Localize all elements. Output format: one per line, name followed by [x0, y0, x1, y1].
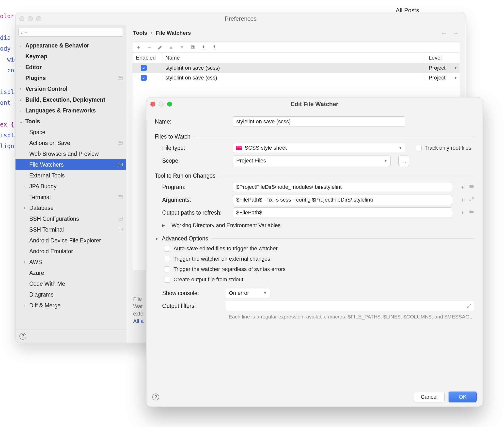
external-changes-checkbox[interactable]	[164, 256, 170, 262]
sidebar-item-actions-on-save[interactable]: Actions on Save	[16, 138, 126, 148]
ok-button[interactable]: OK	[449, 392, 477, 402]
project-scope-icon	[118, 141, 123, 145]
enabled-checkbox[interactable]: ✓	[141, 75, 147, 81]
track-root-checkbox[interactable]	[416, 145, 422, 151]
sidebar-item-languages-frameworks[interactable]: ›Languages & Frameworks	[16, 105, 126, 116]
sidebar-item-editor[interactable]: ›Editor	[16, 62, 126, 73]
help-icon[interactable]: ?	[19, 333, 26, 340]
sidebar-item-tools[interactable]: ⌄Tools	[16, 116, 126, 127]
sidebar-item-label: Keymap	[25, 53, 47, 60]
chevron-right-icon: ›	[22, 303, 27, 308]
sidebar-item-plugins[interactable]: Plugins	[16, 73, 126, 83]
search-history-chevron-icon[interactable]: ▾	[25, 30, 27, 34]
sidebar-item-file-watchers[interactable]: File Watchers	[16, 159, 126, 170]
efw-titlebar[interactable]: Edit File Watcher	[146, 97, 483, 111]
sidebar-item-build-execution-deployment[interactable]: ›Build, Execution, Deployment	[16, 94, 126, 105]
sidebar-item-aws[interactable]: ›AWS	[16, 257, 126, 268]
sidebar-item-terminal[interactable]: Terminal	[16, 192, 126, 203]
efw-footer: ? Cancel OK	[146, 387, 483, 407]
sidebar-item-external-tools[interactable]: External Tools	[16, 170, 126, 181]
section-working-dir[interactable]: Working Directory and Environment Variab…	[172, 222, 281, 229]
nav-forward-icon[interactable]: →	[453, 29, 459, 37]
col-level[interactable]: Level	[425, 53, 460, 63]
sidebar-item-jpa-buddy[interactable]: ›JPA Buddy	[16, 181, 126, 192]
section-advanced[interactable]: Advanced Options	[162, 235, 208, 242]
browse-folder-icon[interactable]	[469, 184, 474, 190]
sidebar-item-keymap[interactable]: Keymap	[16, 51, 126, 62]
chevron-right-icon[interactable]: ▶	[162, 223, 165, 228]
table-row[interactable]: ✓stylelint on save (css)Project▼	[132, 73, 460, 83]
preferences-titlebar[interactable]: Preferences	[16, 12, 466, 25]
output-paths-input[interactable]	[233, 207, 452, 218]
copy-icon[interactable]	[190, 45, 195, 50]
sidebar-item-diagrams[interactable]: Diagrams	[16, 289, 126, 300]
expand-icon[interactable]	[469, 196, 474, 203]
insert-macro-icon[interactable]: ＋	[460, 196, 465, 204]
chevron-down-icon[interactable]: ▼	[454, 76, 457, 80]
browse-folder-icon[interactable]	[469, 209, 474, 216]
syntax-errors-checkbox[interactable]	[164, 266, 170, 272]
sidebar-tree[interactable]: ›Appearance & BehaviorKeymap›EditorPlugi…	[16, 40, 126, 329]
chevron-right-icon: ›	[18, 97, 23, 102]
expand-icon[interactable]	[466, 303, 472, 310]
sidebar-item-space[interactable]: Space	[16, 127, 126, 138]
chevron-down-icon[interactable]: ▼	[454, 66, 457, 70]
sidebar-search-field[interactable]: ⌕▾	[18, 28, 123, 37]
output-filters-hint: Each line is a regular expression, avail…	[229, 314, 474, 320]
nav-back-icon[interactable]: ←	[441, 29, 447, 37]
chevron-down-icon[interactable]: ▼	[155, 237, 158, 241]
file-type-select[interactable]: SCSS style sheet ▼	[233, 143, 405, 153]
sidebar-item-label: Database	[29, 205, 53, 211]
insert-macro-icon[interactable]: ＋	[460, 209, 465, 216]
scope-select[interactable]: Project Files ▼	[233, 156, 391, 166]
output-filters-input[interactable]	[226, 301, 474, 311]
cancel-button[interactable]: Cancel	[414, 392, 445, 402]
sidebar-item-azure[interactable]: Azure	[16, 268, 126, 278]
help-icon[interactable]: ?	[152, 394, 159, 400]
scope-value: Project Files	[236, 158, 266, 164]
sidebar-item-label: Space	[29, 129, 45, 136]
level-value: Project	[429, 75, 445, 81]
sidebar-item-version-control[interactable]: ›Version Control	[16, 83, 126, 94]
project-scope-icon	[118, 76, 123, 80]
insert-macro-icon[interactable]: ＋	[460, 183, 465, 191]
col-name[interactable]: Name	[162, 53, 425, 63]
sidebar-item-ssh-configurations[interactable]: SSH Configurations	[16, 213, 126, 224]
stdout-checkbox[interactable]	[164, 277, 170, 283]
scope-browse-button[interactable]: …	[398, 156, 409, 166]
add-icon[interactable]: ＋	[136, 45, 141, 50]
program-input[interactable]	[233, 182, 452, 192]
sidebar-item-label: JPA Buddy	[29, 183, 57, 190]
sidebar-item-android-emulator[interactable]: Android Emulator	[16, 246, 126, 257]
sidebar-item-database[interactable]: ›Database	[16, 203, 126, 213]
move-down-icon[interactable]: ▼	[179, 45, 185, 50]
move-up-icon[interactable]: ▲	[168, 45, 174, 50]
auto-save-checkbox[interactable]	[164, 246, 170, 252]
show-console-select[interactable]: On error ▼	[226, 288, 270, 298]
import-icon[interactable]	[201, 45, 206, 50]
breadcrumb-root[interactable]: Tools	[133, 30, 147, 36]
chevron-down-icon: ▼	[399, 146, 402, 150]
sidebar-item-label: Android Emulator	[29, 248, 73, 255]
sidebar-item-appearance-behavior[interactable]: ›Appearance & Behavior	[16, 40, 126, 51]
arguments-input[interactable]	[233, 195, 452, 205]
sidebar-item-ssh-terminal[interactable]: SSH Terminal	[16, 224, 126, 235]
sidebar-item-label: File Watchers	[29, 161, 64, 168]
enabled-checkbox[interactable]: ✓	[141, 65, 147, 71]
sidebar-item-diff-merge[interactable]: ›Diff & Merge	[16, 300, 126, 311]
name-input[interactable]	[233, 116, 405, 127]
project-scope-icon	[118, 163, 123, 166]
sidebar-item-code-with-me[interactable]: Code With Me	[16, 278, 126, 289]
sidebar-item-android-device-file-explorer[interactable]: Android Device File Explorer	[16, 235, 126, 246]
edit-icon[interactable]	[158, 45, 163, 50]
remove-icon[interactable]: －	[147, 45, 152, 50]
export-icon[interactable]	[212, 45, 217, 50]
sidebar-item-label: External Tools	[29, 172, 65, 179]
svg-rect-0	[192, 46, 194, 49]
col-enabled[interactable]: Enabled	[132, 53, 162, 63]
table-row[interactable]: ✓stylelint on save (scss)Project▼	[132, 63, 460, 73]
watcher-name: stylelint on save (css)	[162, 75, 425, 81]
sidebar-search-input[interactable]	[28, 29, 121, 35]
sidebar-item-web-browsers-and-preview[interactable]: Web Browsers and Preview	[16, 148, 126, 159]
sidebar-item-label: Tools	[25, 118, 40, 125]
